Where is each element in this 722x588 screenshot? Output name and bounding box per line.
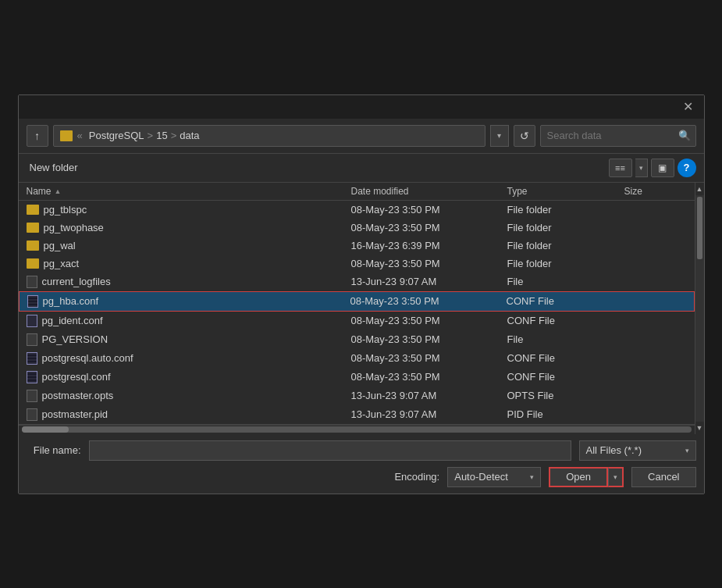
file-name-text: current_logfiles (42, 276, 111, 287)
table-row[interactable]: postgresql.auto.conf 08-May-23 3:50 PM C… (19, 349, 695, 368)
h-scrollbar-track[interactable] (22, 426, 692, 433)
file-name-cell: pg_wal (27, 240, 351, 251)
view-controls: ≡≡ ▾ ▣ ? (609, 159, 696, 177)
search-bar: 🔍 (540, 125, 696, 147)
breadcrumb-level1: 15 (156, 130, 167, 141)
file-name-text: postmaster.pid (42, 408, 108, 420)
table-row[interactable]: pg_hba.conf 08-May-23 3:50 PM CONF File (19, 291, 695, 312)
file-name-text: postgresql.auto.conf (42, 352, 133, 364)
conf-file-icon (27, 315, 37, 327)
cancel-button[interactable]: Cancel (631, 467, 695, 487)
bottom-bar: File name: All Files (*.*) ▾ Encoding: A… (19, 434, 704, 494)
file-name-text: pg_wal (44, 240, 76, 251)
refresh-button[interactable]: ↺ (514, 125, 535, 147)
help-button[interactable]: ? (678, 159, 696, 177)
folder-icon (27, 241, 39, 251)
table-row[interactable]: pg_ident.conf 08-May-23 3:50 PM CONF Fil… (19, 312, 695, 330)
table-row[interactable]: current_logfiles 13-Jun-23 9:07 AM File (19, 273, 695, 291)
table-row[interactable]: postmaster.opts 13-Jun-23 9:07 AM OPTS F… (19, 387, 695, 405)
breadcrumb-root: « (77, 130, 83, 141)
file-type-cell: CONF File (507, 295, 624, 307)
filename-label: File name: (27, 444, 81, 456)
folder-icon (27, 223, 39, 233)
scroll-thumb[interactable] (697, 197, 702, 259)
encoding-value: Auto-Detect (454, 471, 508, 483)
breadcrumb-sep1: > (148, 130, 154, 141)
table-row[interactable]: postmaster.pid 13-Jun-23 9:07 AM PID Fil… (19, 405, 695, 424)
conf-striped-file-icon (27, 371, 37, 383)
conf-striped-file-icon (27, 295, 38, 308)
file-date-cell: 08-May-23 3:50 PM (351, 258, 507, 269)
table-row[interactable]: pg_tblspc 08-May-23 3:50 PM File folder (19, 201, 695, 219)
col-header-type[interactable]: Type (507, 186, 624, 197)
h-scroll-thumb[interactable] (22, 426, 69, 433)
col-size-label: Size (624, 186, 642, 197)
open-button[interactable]: Open (549, 467, 608, 487)
file-date-cell: 08-May-23 3:50 PM (351, 352, 507, 364)
scroll-up-button[interactable]: ▲ (695, 183, 704, 195)
file-name-cell: pg_twophase (27, 222, 351, 233)
file-list-header: Name ▲ Date modified Type Size (19, 183, 695, 201)
view-list-button[interactable]: ≡≡ (609, 159, 632, 177)
table-row[interactable]: postgresql.conf 08-May-23 3:50 PM CONF F… (19, 368, 695, 387)
file-type-cell: PID File (507, 408, 624, 420)
table-row[interactable]: pg_twophase 08-May-23 3:50 PM File folde… (19, 219, 695, 237)
scroll-track[interactable] (695, 195, 704, 422)
file-list-area: Name ▲ Date modified Type Size (19, 183, 695, 434)
breadcrumb-dropdown-button[interactable]: ▾ (490, 125, 509, 147)
search-input[interactable] (547, 130, 678, 141)
view-dropdown-button[interactable]: ▾ (635, 159, 648, 177)
col-header-name[interactable]: Name ▲ (27, 186, 351, 197)
open-button-group: Open ▾ (549, 467, 624, 487)
preview-pane-button[interactable]: ▣ (651, 159, 674, 177)
file-icon (27, 408, 37, 421)
table-row[interactable]: pg_wal 16-May-23 6:39 PM File folder (19, 237, 695, 255)
table-row[interactable]: pg_xact 08-May-23 3:50 PM File folder (19, 255, 695, 273)
search-icon: 🔍 (678, 130, 691, 141)
file-name-cell: pg_tblspc (27, 204, 351, 216)
open-dropdown-button[interactable]: ▾ (608, 467, 624, 487)
file-date-cell: 13-Jun-23 9:07 AM (351, 276, 507, 287)
open-file-dialog: ✕ ↑ « PostgreSQL > 15 > data ▾ ↺ 🔍 New f… (18, 94, 705, 494)
col-header-size[interactable]: Size (624, 186, 687, 197)
new-folder-button[interactable]: New folder (27, 160, 81, 175)
scroll-down-button[interactable]: ▼ (695, 422, 704, 434)
title-bar: ✕ (19, 95, 704, 119)
horizontal-scrollbar[interactable] (19, 425, 695, 434)
folder-icon (27, 205, 39, 215)
file-name-text: postgresql.conf (42, 371, 111, 383)
file-name-cell: pg_hba.conf (27, 295, 350, 308)
file-icon (27, 333, 37, 346)
breadcrumb-bar[interactable]: « PostgreSQL > 15 > data (53, 125, 485, 147)
file-name-cell: postgresql.auto.conf (27, 352, 351, 365)
file-name-cell: pg_ident.conf (27, 315, 351, 327)
file-type-cell: CONF File (507, 352, 624, 364)
file-icon (27, 276, 37, 288)
file-type-cell: File (507, 333, 624, 345)
up-button[interactable]: ↑ (27, 125, 48, 147)
file-list-container[interactable]: Name ▲ Date modified Type Size (19, 183, 695, 425)
file-type-cell: File folder (507, 222, 624, 233)
file-type-cell: File folder (507, 258, 624, 269)
file-date-cell: 16-May-23 6:39 PM (351, 240, 507, 251)
filename-input[interactable] (89, 440, 571, 461)
file-date-cell: 13-Jun-23 9:07 AM (351, 390, 507, 401)
file-name-cell: current_logfiles (27, 276, 351, 288)
file-rows: pg_tblspc 08-May-23 3:50 PM File folder … (19, 201, 695, 424)
file-type-cell: CONF File (507, 371, 624, 383)
file-name-text: postmaster.opts (42, 390, 114, 401)
filename-row: File name: All Files (*.*) ▾ (27, 440, 696, 461)
file-name-text: pg_ident.conf (42, 315, 103, 326)
file-date-cell: 08-May-23 3:50 PM (350, 295, 507, 307)
folder-icon (27, 258, 39, 269)
col-type-label: Type (507, 186, 528, 197)
vertical-scrollbar[interactable]: ▲ ▼ (695, 183, 704, 434)
close-button[interactable]: ✕ (679, 98, 698, 116)
col-header-date[interactable]: Date modified (351, 186, 507, 197)
filetype-dropdown[interactable]: All Files (*.*) ▾ (579, 440, 696, 461)
table-row[interactable]: PG_VERSION 08-May-23 3:50 PM File (19, 330, 695, 349)
file-type-cell: File (507, 276, 624, 287)
file-name-text: PG_VERSION (42, 333, 108, 345)
encoding-dropdown[interactable]: Auto-Detect ▾ (447, 467, 541, 487)
breadcrumb-sep2: > (171, 130, 177, 141)
